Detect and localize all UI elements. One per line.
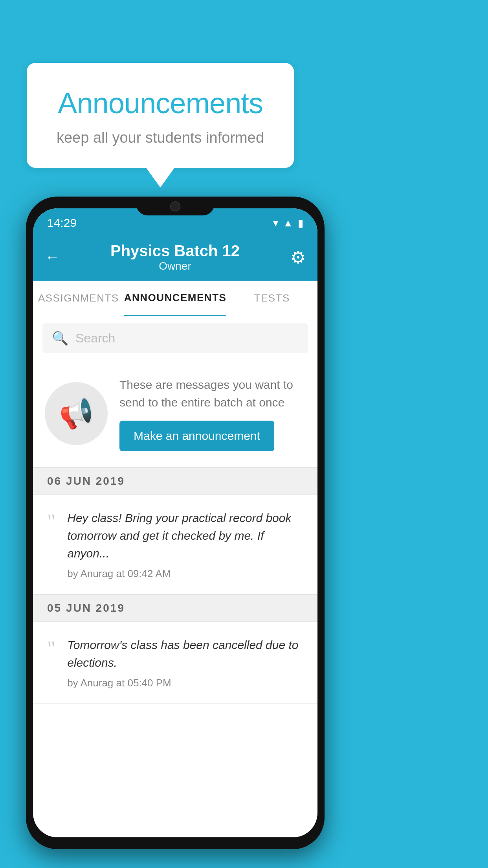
make-announcement-button[interactable]: Make an announcement [119, 421, 274, 451]
phone-camera [170, 201, 180, 211]
announcement-content-2: Tomorrow's class has been cancelled due … [67, 636, 303, 689]
speech-bubble: Announcements keep all your students inf… [27, 63, 294, 168]
bubble-tail [146, 168, 174, 188]
megaphone-icon: 📢 [57, 395, 96, 432]
phone-screen: 14:29 ▾ ▲ ▮ ← Physics Batch 12 Owner ⚙ A… [33, 208, 317, 837]
quote-icon-1: " [47, 511, 55, 532]
announcement-text-1: Hey class! Bring your practical record b… [67, 509, 303, 562]
phone-frame: 14:29 ▾ ▲ ▮ ← Physics Batch 12 Owner ⚙ A… [26, 197, 325, 849]
wifi-icon: ▾ [273, 217, 278, 229]
bubble-subtitle: keep all your students informed [46, 129, 274, 146]
date-separator-1: 06 JUN 2019 [33, 467, 317, 495]
date-separator-2: 05 JUN 2019 [33, 594, 317, 622]
promo-card: 📢 These are messages you want to send to… [33, 360, 317, 467]
tab-assignments[interactable]: ASSIGNMENTS [33, 281, 124, 315]
header-center: Physics Batch 12 Owner [110, 242, 240, 272]
search-icon: 🔍 [52, 330, 68, 346]
announcement-text-2: Tomorrow's class has been cancelled due … [67, 636, 303, 671]
announcement-item-1[interactable]: " Hey class! Bring your practical record… [33, 495, 317, 594]
search-bar[interactable]: 🔍 Search [42, 323, 308, 353]
settings-icon[interactable]: ⚙ [290, 247, 306, 267]
status-icons: ▾ ▲ ▮ [273, 217, 303, 229]
promo-description: These are messages you want to send to t… [119, 376, 306, 411]
status-time: 14:29 [47, 216, 77, 230]
tab-tests[interactable]: TESTS [226, 281, 317, 315]
speech-bubble-container: Announcements keep all your students inf… [27, 63, 294, 188]
announcement-content-1: Hey class! Bring your practical record b… [67, 509, 303, 580]
bubble-title: Announcements [46, 86, 274, 120]
quote-icon-2: " [47, 638, 55, 659]
promo-icon-circle: 📢 [45, 382, 108, 445]
battery-icon: ▮ [298, 217, 303, 229]
tabs-bar: ASSIGNMENTS ANNOUNCEMENTS TESTS [33, 281, 317, 316]
tab-announcements[interactable]: ANNOUNCEMENTS [124, 281, 227, 316]
app-header: ← Physics Batch 12 Owner ⚙ [33, 234, 317, 281]
promo-right: These are messages you want to send to t… [119, 376, 306, 451]
announcement-item-2[interactable]: " Tomorrow's class has been cancelled du… [33, 622, 317, 704]
signal-icon: ▲ [283, 217, 293, 229]
header-subtitle: Owner [110, 260, 240, 272]
announcement-meta-2: by Anurag at 05:40 PM [67, 677, 303, 689]
search-placeholder: Search [75, 331, 115, 346]
header-title: Physics Batch 12 [110, 242, 240, 260]
back-button[interactable]: ← [45, 249, 60, 266]
announcement-meta-1: by Anurag at 09:42 AM [67, 568, 303, 580]
search-container: 🔍 Search [33, 316, 317, 360]
